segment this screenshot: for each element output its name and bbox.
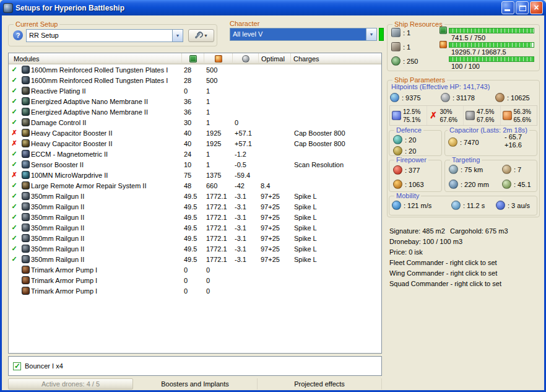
column-header-powergrid[interactable] bbox=[204, 53, 233, 64]
help-icon[interactable]: ? bbox=[13, 30, 23, 40]
targeting-items: : 75 km: 7: 220 mm: 45.1 bbox=[449, 165, 531, 189]
column-header-charges[interactable]: Charges bbox=[291, 53, 381, 64]
stat-dps: : 377 bbox=[393, 165, 424, 175]
setup-combobox[interactable]: RR Setup ▼ bbox=[26, 29, 183, 42]
stat-scan-resolution: : 220 mm bbox=[449, 180, 501, 189]
column-header-capacitor[interactable] bbox=[233, 53, 259, 64]
setup-tools-button[interactable]: ▼ bbox=[188, 29, 214, 42]
module-name: 350mm Railgun II bbox=[31, 245, 182, 253]
module-powergrid: 0 bbox=[204, 266, 233, 274]
character-combobox-arrow[interactable]: ▼ bbox=[366, 28, 376, 40]
align-time-icon bbox=[451, 201, 461, 210]
module-cap: -1.2 bbox=[233, 150, 259, 158]
wing-commander-setter[interactable]: Wing Commander - right click to set bbox=[389, 268, 542, 279]
stat-value: : 7 bbox=[514, 166, 521, 173]
module-row[interactable]: Trimark Armor Pump I00 bbox=[9, 275, 381, 285]
armor-resist-value: 67.6% bbox=[477, 116, 494, 124]
resource-row: : 1 741.5 / 750 bbox=[391, 27, 537, 40]
module-type-icon bbox=[22, 266, 30, 274]
tab-projected-effects[interactable]: Projected effects bbox=[258, 378, 382, 390]
module-cpu: 28 bbox=[182, 77, 204, 84]
module-optimal: 97+25 bbox=[259, 256, 291, 263]
module-charge: Scan Resolution bbox=[291, 161, 381, 168]
turret-slots-stat: : 1 bbox=[391, 28, 410, 37]
cargohold-value: Cargohold: 675 m3 bbox=[450, 226, 508, 237]
cap-drain-value: - 65.7 bbox=[505, 133, 522, 141]
scan-resolution-icon bbox=[449, 180, 458, 189]
squad-commander-setter[interactable]: Squad Commander - right click to set bbox=[389, 279, 542, 289]
launcher-hardpoint-icon bbox=[391, 42, 401, 51]
stat-value: : 11.2 s bbox=[463, 202, 485, 209]
close-button[interactable]: × bbox=[530, 1, 543, 14]
defence-items: : 20: 20 bbox=[393, 135, 416, 155]
module-row[interactable]: Reactive Plating II01 bbox=[9, 85, 381, 96]
stat-value: : 1063 bbox=[405, 181, 424, 188]
module-row[interactable]: Trimark Armor Pump I00 bbox=[9, 264, 381, 275]
hitpoints-label: Hitpoints (Effective HP: 141,743) bbox=[391, 83, 490, 90]
restore-button[interactable] bbox=[516, 1, 529, 14]
module-row[interactable]: Heavy Capacitor Booster II401925+57.1Cap… bbox=[9, 128, 381, 138]
minimize-button[interactable] bbox=[501, 1, 514, 14]
module-row[interactable]: Energized Adaptive Nano Membrane II361 bbox=[9, 107, 381, 117]
module-type-icon bbox=[22, 181, 30, 189]
fit-ok-icon bbox=[9, 245, 20, 253]
module-powergrid: 1375 bbox=[204, 172, 233, 179]
module-row[interactable]: 1600mm Reinforced Rolled Tungsten Plates… bbox=[9, 75, 381, 85]
armor-resist-value: 65.6% bbox=[514, 116, 531, 124]
module-row[interactable]: Heavy Capacitor Booster II401925+57.1Cap… bbox=[9, 138, 381, 149]
module-powergrid: 660 bbox=[204, 182, 233, 189]
target-range-icon bbox=[449, 165, 458, 174]
module-row[interactable]: 350mm Railgun II49.51772.1-3.197+25Spike… bbox=[9, 222, 381, 233]
tab-boosters-implants[interactable]: Boosters and Implants bbox=[133, 378, 258, 390]
module-name: 350mm Railgun II bbox=[31, 214, 182, 221]
module-row[interactable]: Damage Control II3010 bbox=[9, 117, 381, 128]
module-row[interactable]: ECCM - Magnetometric II241-1.2 bbox=[9, 149, 381, 159]
module-row[interactable]: 350mm Railgun II49.51772.1-3.197+25Spike… bbox=[9, 233, 381, 243]
module-row[interactable]: 350mm Railgun II49.51772.1-3.197+25Spike… bbox=[9, 212, 381, 222]
character-combobox-value: All level V bbox=[230, 28, 366, 40]
fit-ok-icon bbox=[9, 150, 20, 158]
module-row[interactable]: Trimark Armor Pump I00 bbox=[9, 285, 381, 296]
module-powergrid: 1925 bbox=[204, 140, 233, 147]
drone-checkbox[interactable] bbox=[13, 362, 21, 370]
module-cpu: 49.5 bbox=[182, 193, 204, 200]
module-row[interactable]: Energized Adaptive Nano Membrane II361 bbox=[9, 96, 381, 107]
module-row[interactable]: 350mm Railgun II49.51772.1-3.197+25Spike… bbox=[9, 243, 381, 254]
module-cpu: 75 bbox=[182, 172, 204, 179]
module-optimal: 97+25 bbox=[259, 245, 291, 253]
tab-active-drones[interactable]: Active drones: 4 / 5 bbox=[8, 378, 133, 390]
character-combobox[interactable]: All level V ▼ bbox=[230, 28, 377, 41]
module-row[interactable]: Large Remote Armor Repair System II48660… bbox=[9, 180, 381, 191]
modules-table: Modules Optimal Charges 1600mm Reinforce… bbox=[8, 53, 382, 354]
capacitor-amount: : 7470 bbox=[448, 137, 479, 147]
module-row[interactable]: 350mm Railgun II49.51772.1-3.197+25Spike… bbox=[9, 191, 381, 201]
cpu-icon bbox=[189, 55, 197, 63]
module-row[interactable]: Sensor Booster II101-0.5Scan Resolution bbox=[9, 159, 381, 170]
module-row[interactable]: 350mm Railgun II49.51772.1-3.197+25Spike… bbox=[9, 201, 381, 212]
module-cpu: 40 bbox=[182, 129, 204, 137]
module-row[interactable]: 350mm Railgun II49.51772.1-3.197+25Spike… bbox=[9, 254, 381, 264]
module-row[interactable]: 100MN MicroWarpdrive II751375-59.4 bbox=[9, 170, 381, 180]
stat-value: : 250 bbox=[403, 58, 418, 65]
resource-bar-fill bbox=[449, 28, 533, 33]
fleet-commander-setter[interactable]: Fleet Commander - right click to set bbox=[389, 258, 542, 268]
module-cpu: 49.5 bbox=[182, 203, 204, 211]
dps-icon bbox=[393, 165, 402, 175]
kinetic-resist-icon bbox=[466, 111, 475, 120]
module-name: 1600mm Reinforced Rolled Tungsten Plates… bbox=[31, 77, 182, 84]
module-row[interactable]: 1600mm Reinforced Rolled Tungsten Plates… bbox=[9, 64, 381, 75]
setup-combobox-arrow[interactable]: ▼ bbox=[172, 30, 183, 41]
title-bar[interactable]: Setups for Hyperion Battleship × bbox=[0, 0, 546, 15]
stat-value: : 1 bbox=[403, 43, 410, 51]
module-name: Energized Adaptive Nano Membrane II bbox=[31, 98, 182, 105]
column-header-cpu[interactable] bbox=[182, 53, 204, 64]
column-header-optimal[interactable]: Optimal bbox=[259, 53, 291, 64]
module-name: 350mm Railgun II bbox=[31, 256, 182, 263]
stat-structure: : 10625 bbox=[495, 93, 530, 102]
module-name: ECCM - Magnetometric II bbox=[31, 150, 182, 158]
module-cpu: 49.5 bbox=[182, 256, 204, 263]
module-cap: -3.1 bbox=[233, 224, 259, 232]
app-icon bbox=[3, 3, 13, 13]
module-powergrid: 1772.1 bbox=[204, 203, 233, 211]
column-header-modules[interactable]: Modules bbox=[9, 53, 182, 64]
